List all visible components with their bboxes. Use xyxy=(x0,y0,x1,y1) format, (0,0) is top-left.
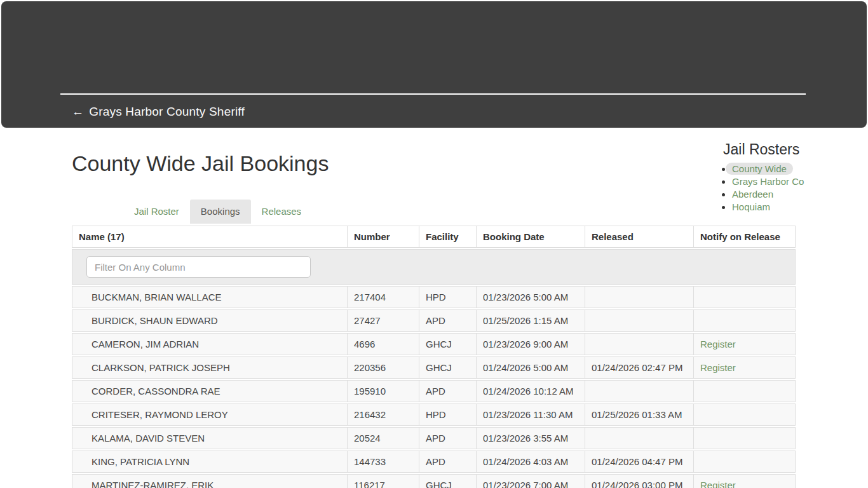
booking-row: BUCKMAN, BRIAN WALLACE 217404 HPD 01/23/… xyxy=(72,286,796,308)
cell-facility: HPD xyxy=(419,403,477,426)
cell-number: 195910 xyxy=(348,380,419,402)
sidebar-link-hoquiam[interactable]: Hoquiam xyxy=(732,201,770,212)
sidebar-link-aberdeen[interactable]: Aberdeen xyxy=(732,189,773,200)
register-link[interactable]: Register xyxy=(700,362,736,373)
cell-facility: APD xyxy=(419,380,477,402)
jail-rosters-sidebar: Jail Rosters County WideGrays Harbor CoA… xyxy=(712,141,813,214)
cell-notify xyxy=(694,309,796,332)
back-to-sheriff-link[interactable]: ←Grays Harbor County Sheriff xyxy=(72,105,245,119)
cell-name: MARTINEZ-RAMIREZ, ERIK xyxy=(72,474,348,488)
left-arrow-icon: ← xyxy=(72,105,84,118)
column-header-released[interactable]: Released xyxy=(585,226,694,248)
cell-facility: GHCJ xyxy=(419,474,477,488)
cell-booking-date: 01/24/2026 10:12 AM xyxy=(477,380,585,402)
column-header-booking-date[interactable]: Booking Date xyxy=(477,226,585,248)
site-banner: ←Grays Harbor County Sheriff xyxy=(1,1,867,128)
booking-row: KALAMA, DAVID STEVEN 20524 APD 01/23/202… xyxy=(72,427,796,449)
cell-notify xyxy=(694,286,796,308)
cell-released xyxy=(585,286,694,308)
cell-notify: Register xyxy=(694,356,796,379)
booking-row: CAMERON, JIM ADRIAN 4696 GHCJ 01/23/2026… xyxy=(72,333,796,355)
filter-row xyxy=(72,249,796,285)
sidebar-link-grays-harbor-co[interactable]: Grays Harbor Co xyxy=(732,176,804,187)
cell-released: 01/25/2026 01:33 AM xyxy=(585,403,694,426)
bookings-table-body: BUCKMAN, BRIAN WALLACE 217404 HPD 01/23/… xyxy=(72,286,796,488)
filter-input[interactable] xyxy=(86,256,311,278)
cell-released xyxy=(585,309,694,332)
column-header-name[interactable]: Name (17) xyxy=(72,226,348,248)
cell-released xyxy=(585,380,694,402)
cell-name: BUCKMAN, BRIAN WALLACE xyxy=(72,286,348,308)
tab-releases[interactable]: Releases xyxy=(251,200,313,224)
register-link[interactable]: Register xyxy=(700,339,736,349)
column-header-facility[interactable]: Facility xyxy=(419,226,477,248)
cell-number: 4696 xyxy=(348,333,419,355)
cell-facility: APD xyxy=(419,451,477,473)
cell-facility: APD xyxy=(419,427,477,449)
register-link[interactable]: Register xyxy=(700,480,736,488)
cell-notify xyxy=(694,427,796,449)
tab-jail-roster[interactable]: Jail Roster xyxy=(123,200,190,224)
jail-roster-list-item: Aberdeen xyxy=(732,188,813,201)
cell-facility: HPD xyxy=(419,286,477,308)
cell-released xyxy=(585,333,694,355)
jail-roster-list-item: Hoquiam xyxy=(732,201,813,214)
cell-notify xyxy=(694,403,796,426)
booking-row: MARTINEZ-RAMIREZ, ERIK 116217 GHCJ 01/23… xyxy=(72,474,796,488)
cell-booking-date: 01/23/2026 5:00 AM xyxy=(477,286,585,308)
jail-rosters-list: County WideGrays Harbor CoAberdeenHoquia… xyxy=(712,163,813,214)
booking-row: CORDER, CASSONDRA RAE 195910 APD 01/24/2… xyxy=(72,380,796,402)
cell-name: CORDER, CASSONDRA RAE xyxy=(72,380,348,402)
cell-number: 27427 xyxy=(348,309,419,332)
cell-number: 144733 xyxy=(348,451,419,473)
page-title: County Wide Jail Bookings xyxy=(72,151,329,176)
cell-released: 01/24/2026 04:47 PM xyxy=(585,451,694,473)
cell-booking-date: 01/25/2026 1:15 AM xyxy=(477,309,585,332)
column-header-number[interactable]: Number xyxy=(348,226,419,248)
cell-name: BURDICK, SHAUN EDWARD xyxy=(72,309,348,332)
column-header-notify[interactable]: Notify on Release xyxy=(694,226,796,248)
cell-booking-date: 01/23/2026 7:00 AM xyxy=(477,474,585,488)
cell-number: 217404 xyxy=(348,286,419,308)
cell-released xyxy=(585,427,694,449)
cell-booking-date: 01/24/2026 4:03 AM xyxy=(477,451,585,473)
cell-notify xyxy=(694,380,796,402)
cell-notify xyxy=(694,451,796,473)
table-header-row: Name (17) Number Facility Booking Date R… xyxy=(72,226,796,248)
cell-facility: APD xyxy=(419,309,477,332)
jail-rosters-title: Jail Rosters xyxy=(712,141,813,158)
cell-name: KALAMA, DAVID STEVEN xyxy=(72,427,348,449)
sidebar-link-county-wide[interactable]: County Wide xyxy=(726,163,793,175)
cell-booking-date: 01/24/2026 5:00 AM xyxy=(477,356,585,379)
cell-booking-date: 01/23/2026 9:00 AM xyxy=(477,333,585,355)
cell-name: CLARKSON, PATRICK JOSEPH xyxy=(72,356,348,379)
back-link-label: Grays Harbor County Sheriff xyxy=(89,105,245,118)
banner-divider xyxy=(60,93,806,95)
jail-roster-list-item: Grays Harbor Co xyxy=(732,175,813,188)
cell-notify: Register xyxy=(694,333,796,355)
bookings-table: Name (17) Number Facility Booking Date R… xyxy=(72,224,796,488)
booking-row: KING, PATRICIA LYNN 144733 APD 01/24/202… xyxy=(72,451,796,473)
cell-facility: GHCJ xyxy=(419,356,477,379)
booking-row: CLARKSON, PATRICK JOSEPH 220356 GHCJ 01/… xyxy=(72,356,796,379)
roster-tabs: Jail RosterBookingsReleases xyxy=(123,200,312,224)
jail-roster-list-item: County Wide xyxy=(732,163,813,175)
cell-number: 116217 xyxy=(348,474,419,488)
cell-name: KING, PATRICIA LYNN xyxy=(72,451,348,473)
booking-row: BURDICK, SHAUN EDWARD 27427 APD 01/25/20… xyxy=(72,309,796,332)
page: ←Grays Harbor County Sheriff County Wide… xyxy=(0,0,868,488)
cell-name: CRITESER, RAYMOND LEROY xyxy=(72,403,348,426)
cell-released: 01/24/2026 03:00 PM xyxy=(585,474,694,488)
cell-name: CAMERON, JIM ADRIAN xyxy=(72,333,348,355)
cell-notify: Register xyxy=(694,474,796,488)
cell-number: 216432 xyxy=(348,403,419,426)
cell-released: 01/24/2026 02:47 PM xyxy=(585,356,694,379)
cell-facility: GHCJ xyxy=(419,333,477,355)
cell-number: 220356 xyxy=(348,356,419,379)
booking-row: CRITESER, RAYMOND LEROY 216432 HPD 01/23… xyxy=(72,403,796,426)
cell-booking-date: 01/23/2026 11:30 AM xyxy=(477,403,585,426)
cell-booking-date: 01/23/2026 3:55 AM xyxy=(477,427,585,449)
tab-bookings[interactable]: Bookings xyxy=(190,200,251,224)
cell-number: 20524 xyxy=(348,427,419,449)
